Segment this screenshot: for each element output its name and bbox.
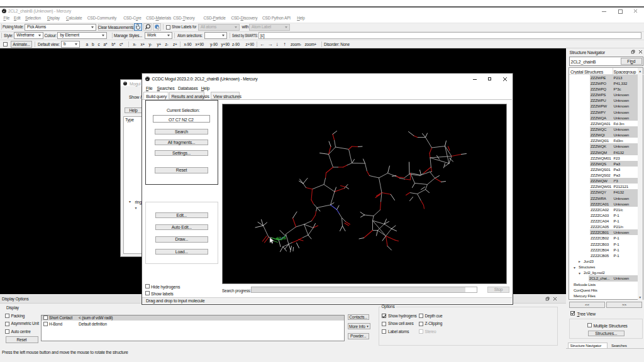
svg-text:-17.29: -17.29 — [275, 236, 286, 240]
